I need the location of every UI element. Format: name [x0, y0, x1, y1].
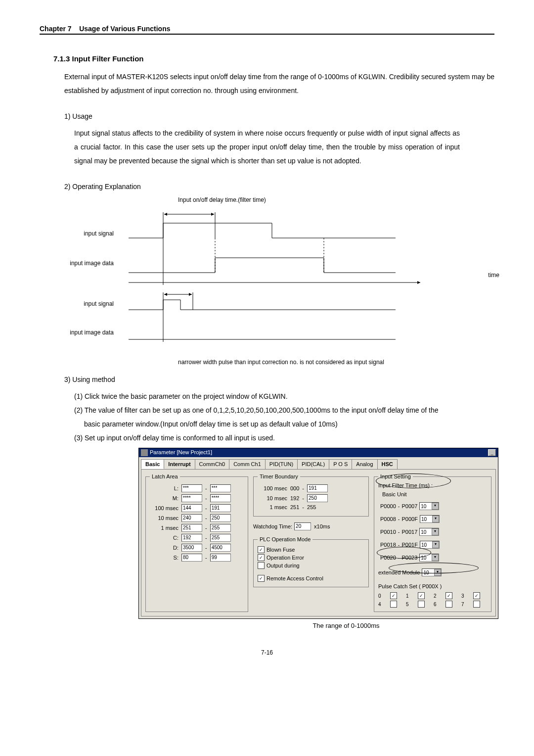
cb-output-during[interactable]: [258, 562, 265, 569]
latch-S-to[interactable]: 99: [210, 554, 231, 562]
tb-10-to[interactable]: 250: [307, 494, 328, 502]
latch-10-from[interactable]: 240: [181, 514, 202, 522]
tb-100-to[interactable]: 191: [307, 484, 328, 492]
parameter-dialog: Parameter [New Project1] _ Basic Interru…: [138, 448, 498, 619]
time-axis-label: time: [488, 272, 499, 279]
intro-paragraph: External input of MASTER-K120S selects i…: [64, 70, 494, 97]
chevron-down-icon[interactable]: ▾: [432, 516, 439, 522]
tb-1-to: 255: [307, 504, 316, 510]
r3b: P001F: [401, 542, 417, 548]
tab-hsc[interactable]: HSC: [377, 459, 398, 469]
cb-op-error-label: Operation Error: [267, 555, 304, 561]
watchdog-row: Watchdog Time: 20 x10ms: [253, 522, 369, 530]
latch-M-to[interactable]: ****: [210, 494, 231, 502]
label-S: S:: [150, 555, 178, 561]
pulse-catch-label: Pulse Catch Set ( P000X ): [378, 583, 487, 589]
section-title: 7.1.3 Input Filter Function: [53, 54, 494, 63]
pulse-cb-0[interactable]: [390, 592, 397, 599]
pulse-cb-5[interactable]: [418, 601, 425, 608]
latch-C-from[interactable]: 192: [181, 534, 202, 542]
chevron-down-icon[interactable]: ▾: [434, 569, 441, 576]
cb-blown-fuse-label: Blown Fuse: [267, 547, 295, 553]
latch-C-to[interactable]: 255: [210, 534, 231, 542]
chevron-down-icon[interactable]: ▾: [432, 554, 439, 561]
tab-commch0[interactable]: CommCh0: [195, 459, 230, 469]
pulse-cb-1[interactable]: [418, 592, 425, 599]
using-method-list: (1) Click twice the basic parameter on t…: [74, 389, 494, 445]
latch-legend: Latch Area: [150, 473, 180, 479]
latch-L-from[interactable]: ***: [181, 484, 202, 492]
sel-r0[interactable]: 10▾: [419, 502, 439, 510]
tb-100-label: 100 msec: [258, 485, 287, 491]
sel-ext[interactable]: 10▾: [422, 568, 442, 576]
range-note: The range of 0-1000ms: [198, 622, 494, 629]
pulse-cb-7[interactable]: [473, 601, 480, 608]
tab-commch1[interactable]: Comm Ch1: [229, 459, 266, 469]
usage-heading: 1) Usage: [64, 112, 494, 120]
label-L: L:: [150, 485, 178, 491]
latch-10-to[interactable]: 250: [210, 514, 231, 522]
latch-1-to[interactable]: 255: [210, 524, 231, 532]
pulse-cb-3[interactable]: [473, 592, 480, 599]
label-10msec: 10 msec: [150, 515, 178, 521]
label-100msec: 100 msec: [150, 505, 178, 511]
chevron-down-icon[interactable]: ▾: [432, 528, 439, 535]
latch-1-from[interactable]: 251: [181, 524, 202, 532]
r1b: P000F: [401, 516, 417, 522]
using-method-heading: 3) Using method: [64, 376, 494, 383]
narrower-note: narrower width pulse than input correcti…: [178, 359, 494, 366]
tab-basic[interactable]: Basic: [141, 459, 164, 469]
latch-100-to[interactable]: 191: [210, 504, 231, 512]
latch-S-from[interactable]: 80: [181, 554, 202, 562]
pulse-cb-2[interactable]: [445, 592, 452, 599]
cb-blown-fuse[interactable]: [258, 546, 265, 553]
chevron-down-icon[interactable]: ▾: [432, 503, 439, 510]
label-1msec: 1 msec: [150, 525, 178, 531]
tab-pidtun[interactable]: PID(TUN): [265, 459, 298, 469]
pulse-cb-6[interactable]: [445, 601, 452, 608]
dialog-body: Latch Area L: ***- *** M: ****- **** 100…: [141, 469, 496, 616]
latch-D-from[interactable]: 3500: [181, 544, 202, 552]
watchdog-unit: x10ms: [314, 523, 330, 529]
r2a: P0010: [380, 529, 396, 535]
chapter-number: Chapter 7: [40, 25, 72, 33]
row-label-input-signal-1: input signal: [54, 230, 114, 237]
sel-r1[interactable]: 10▾: [420, 515, 440, 523]
latch-L-to[interactable]: ***: [210, 484, 231, 492]
pulse-cb-4[interactable]: [390, 601, 397, 608]
chapter-title: Usage of Various Functions: [79, 25, 170, 33]
chevron-down-icon[interactable]: ▾: [432, 541, 439, 548]
dialog-titlebar[interactable]: Parameter [New Project1] _: [139, 448, 498, 457]
timer-legend: Timer Boundary: [258, 473, 300, 479]
operating-heading: 2) Operating Explanation: [64, 183, 494, 190]
r3a: P0018: [380, 542, 396, 548]
close-icon[interactable]: _: [488, 449, 496, 456]
cb-remote-access[interactable]: [258, 575, 265, 582]
tb-1-label: 1 msec: [258, 504, 287, 510]
latch-D-to[interactable]: 4500: [210, 544, 231, 552]
r4a: P0020: [380, 555, 396, 561]
tab-pidcal[interactable]: PID(CAL): [297, 459, 329, 469]
tab-analog[interactable]: Analog: [352, 459, 377, 469]
sel-r4[interactable]: 10▾: [419, 554, 439, 562]
sel-r2[interactable]: 10▾: [419, 528, 439, 536]
tab-pos[interactable]: P O S: [329, 459, 352, 469]
sel-r3[interactable]: 10▾: [420, 541, 440, 549]
timing-svg: [119, 203, 485, 352]
row-label-image-data-2: input image data: [54, 329, 114, 336]
cb-op-error[interactable]: [258, 554, 265, 561]
label-M: M:: [150, 495, 178, 501]
watchdog-input[interactable]: 20: [294, 522, 311, 530]
cb-remote-access-label: Remote Access Control: [267, 575, 323, 581]
dialog-title: Parameter [New Project1]: [150, 449, 212, 455]
timing-diagram: Input on/off delay time.(filter time) in…: [119, 196, 485, 355]
timer-boundary-group: Timer Boundary 100 msec 000- 191 10 msec…: [253, 473, 369, 517]
latch-100-from[interactable]: 144: [181, 504, 202, 512]
tab-interrupt[interactable]: Interrupt: [164, 459, 195, 469]
r0a: P0000: [380, 503, 396, 509]
page-number: 7-16: [40, 649, 494, 656]
method-step-2b: basic parameter window.(Input on/off del…: [84, 417, 494, 431]
label-C: C:: [150, 535, 178, 541]
latch-M-from[interactable]: ****: [181, 494, 202, 502]
app-icon: [141, 449, 148, 456]
